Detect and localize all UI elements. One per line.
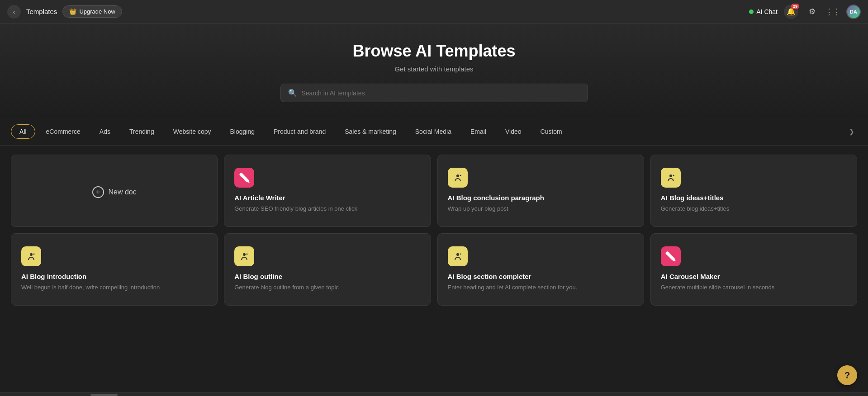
back-icon: ‹ bbox=[13, 8, 15, 15]
nav-left: ‹ Templates 👑 Upgrade Now bbox=[7, 5, 749, 19]
card-title-ai-blog-section: AI Blog section completer bbox=[448, 273, 634, 280]
ai-blog-ideas-icon bbox=[661, 168, 681, 188]
help-button[interactable]: ? bbox=[837, 365, 857, 385]
settings-button[interactable]: ⚙ bbox=[805, 5, 819, 19]
svg-point-3 bbox=[243, 253, 246, 256]
tab-all[interactable]: All bbox=[11, 124, 35, 139]
ai-chat-indicator: AI Chat bbox=[749, 8, 778, 15]
tab-website-copy[interactable]: Website copy bbox=[165, 125, 219, 138]
tab-video[interactable]: Video bbox=[497, 125, 530, 138]
template-card-ai-blog-ideas[interactable]: AI Blog ideas+titles Generate blog ideas… bbox=[650, 155, 857, 227]
template-card-ai-blog-section[interactable]: AI Blog section completer Enter heading … bbox=[437, 233, 644, 306]
main-content: Browse AI Templates Get started with tem… bbox=[0, 24, 868, 396]
card-desc-ai-blog-outline: Generate blog outline from a given topic bbox=[234, 283, 420, 292]
avatar[interactable]: DA bbox=[846, 5, 861, 19]
plus-circle-icon: + bbox=[92, 186, 104, 198]
nav-title: Templates bbox=[26, 8, 57, 15]
card-desc-ai-carousel: Generate multiple slide carousel in seco… bbox=[661, 283, 847, 292]
template-card-ai-carousel[interactable]: ✏️ AI Carousel Maker Generate multiple s… bbox=[650, 233, 857, 306]
tab-ads[interactable]: Ads bbox=[91, 125, 119, 138]
notification-badge: 29 bbox=[791, 4, 799, 9]
search-input[interactable] bbox=[302, 90, 580, 97]
tab-ecommerce[interactable]: eCommerce bbox=[38, 125, 89, 138]
upgrade-label: Upgrade Now bbox=[79, 8, 115, 15]
ai-chat-label: AI Chat bbox=[756, 8, 778, 15]
crown-icon: 👑 bbox=[69, 8, 76, 15]
new-doc-card[interactable]: + New doc bbox=[11, 155, 218, 227]
hero-title: Browse AI Templates bbox=[9, 42, 859, 61]
settings-icon: ⚙ bbox=[809, 7, 816, 16]
svg-point-2 bbox=[30, 253, 33, 256]
filter-bar: All eCommerce Ads Trending Website copy … bbox=[0, 116, 868, 146]
ai-carousel-icon: ✏️ bbox=[661, 246, 681, 266]
svg-point-0 bbox=[456, 174, 459, 177]
tab-trending[interactable]: Trending bbox=[121, 125, 162, 138]
grid-menu-button[interactable]: ⋮⋮ bbox=[825, 5, 840, 19]
tab-product-brand[interactable]: Product and brand bbox=[266, 125, 334, 138]
hero-section: Browse AI Templates Get started with tem… bbox=[0, 24, 868, 116]
search-icon: 🔍 bbox=[288, 89, 297, 97]
ai-article-writer-icon: ✏️ bbox=[234, 168, 254, 188]
card-title-ai-carousel: AI Carousel Maker bbox=[661, 273, 847, 280]
svg-point-1 bbox=[669, 174, 672, 177]
cards-grid: + New doc ✏️ AI Article Writer Generate … bbox=[11, 155, 857, 306]
filter-scroll-arrow[interactable]: ❯ bbox=[846, 125, 857, 138]
tab-custom[interactable]: Custom bbox=[532, 125, 570, 138]
cards-section: + New doc ✏️ AI Article Writer Generate … bbox=[0, 146, 868, 324]
nav-right: AI Chat 🔔 29 ⚙ ⋮⋮ DA bbox=[749, 5, 861, 19]
card-desc-ai-blog-ideas: Generate blog ideas+titles bbox=[661, 204, 847, 213]
template-card-ai-blog-outline[interactable]: AI Blog outline Generate blog outline fr… bbox=[224, 233, 431, 306]
online-dot bbox=[749, 9, 754, 14]
scrollbar-thumb bbox=[90, 394, 118, 396]
ai-blog-intro-icon bbox=[21, 246, 41, 266]
card-title-ai-blog-intro: AI Blog Introduction bbox=[21, 273, 207, 280]
hero-subtitle: Get started with templates bbox=[9, 65, 859, 73]
tab-sales-marketing[interactable]: Sales & marketing bbox=[337, 125, 404, 138]
horizontal-scrollbar[interactable] bbox=[0, 392, 868, 396]
template-card-ai-blog-conclusion[interactable]: AI Blog conclusion paragraph Wrap up you… bbox=[437, 155, 644, 227]
card-title-ai-blog-ideas: AI Blog ideas+titles bbox=[661, 194, 847, 202]
template-card-ai-blog-intro[interactable]: AI Blog Introduction Well begun is half … bbox=[11, 233, 218, 306]
card-desc-ai-blog-conclusion: Wrap up your blog post bbox=[448, 204, 634, 213]
card-title-ai-article-writer: AI Article Writer bbox=[234, 194, 420, 202]
tab-email[interactable]: Email bbox=[462, 125, 494, 138]
ai-blog-section-icon bbox=[448, 246, 468, 266]
notifications-button[interactable]: 🔔 29 bbox=[784, 5, 798, 19]
card-desc-ai-article-writer: Generate SEO friendly blog articles in o… bbox=[234, 204, 420, 213]
tab-social-media[interactable]: Social Media bbox=[407, 125, 460, 138]
card-title-ai-blog-outline: AI Blog outline bbox=[234, 273, 420, 280]
card-desc-ai-blog-intro: Well begun is half done, write compellin… bbox=[21, 283, 207, 292]
card-title-ai-blog-conclusion: AI Blog conclusion paragraph bbox=[448, 194, 634, 202]
card-desc-ai-blog-section: Enter heading and let AI complete sectio… bbox=[448, 283, 634, 292]
ai-blog-conclusion-icon bbox=[448, 168, 468, 188]
template-card-ai-article-writer[interactable]: ✏️ AI Article Writer Generate SEO friend… bbox=[224, 155, 431, 227]
help-label: ? bbox=[844, 370, 850, 381]
ai-blog-outline-icon bbox=[234, 246, 254, 266]
grid-icon: ⋮⋮ bbox=[825, 7, 840, 17]
back-button[interactable]: ‹ bbox=[7, 5, 21, 19]
top-navigation: ‹ Templates 👑 Upgrade Now AI Chat 🔔 29 ⚙… bbox=[0, 0, 868, 24]
search-bar: 🔍 bbox=[280, 84, 588, 102]
new-doc-label: New doc bbox=[109, 188, 137, 196]
upgrade-button[interactable]: 👑 Upgrade Now bbox=[62, 5, 122, 18]
tab-blogging[interactable]: Blogging bbox=[222, 125, 263, 138]
svg-point-4 bbox=[456, 253, 459, 256]
